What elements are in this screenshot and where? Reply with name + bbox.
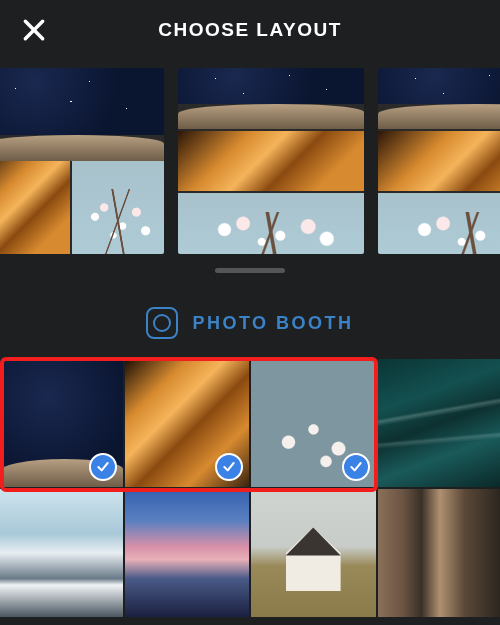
thumbnail-pink-mountain[interactable] — [125, 489, 250, 617]
layout-pane-canyon — [378, 131, 500, 192]
layout-pane-night — [178, 68, 364, 104]
layout-pane-night — [378, 68, 500, 104]
layout-option-1[interactable] — [0, 68, 164, 254]
layout-pane-rock — [0, 135, 164, 161]
layout-option-3[interactable] — [378, 68, 500, 254]
close-button[interactable] — [18, 14, 50, 46]
layout-carousel[interactable] — [0, 60, 500, 262]
selected-check — [89, 453, 117, 481]
layout-pane-blossom — [72, 161, 164, 254]
layout-pane-canyon — [0, 161, 70, 254]
layout-pane-blossom — [378, 193, 500, 254]
photo-booth-label: PHOTO BOOTH — [192, 313, 353, 334]
layout-pane-rock — [378, 104, 500, 128]
layout-pane-rock — [178, 104, 364, 128]
thumbnail-ocean[interactable] — [378, 359, 501, 487]
thumbnail-house[interactable] — [251, 489, 376, 617]
layout-pane-night — [0, 68, 164, 135]
thumbnail-night-rock[interactable] — [0, 359, 123, 487]
layout-pane-blossom — [178, 193, 364, 254]
selected-check — [215, 453, 243, 481]
thumbnail-snow-mountain[interactable] — [0, 489, 123, 617]
camera-icon — [146, 307, 178, 339]
selected-check — [342, 453, 370, 481]
thumbnail-canyon[interactable] — [125, 359, 250, 487]
check-icon — [221, 459, 237, 475]
page-title: CHOOSE LAYOUT — [0, 19, 500, 41]
check-icon — [95, 459, 111, 475]
scroll-indicator — [215, 268, 285, 273]
photo-booth-button[interactable]: PHOTO BOOTH — [0, 291, 500, 355]
thumbnail-cliff[interactable] — [378, 489, 501, 617]
header-bar: CHOOSE LAYOUT — [0, 0, 500, 60]
layout-pane-canyon — [178, 131, 364, 192]
close-icon — [21, 17, 47, 43]
layout-option-2[interactable] — [178, 68, 364, 254]
photo-grid — [0, 359, 500, 617]
check-icon — [348, 459, 364, 475]
thumbnail-blossom[interactable] — [251, 359, 376, 487]
